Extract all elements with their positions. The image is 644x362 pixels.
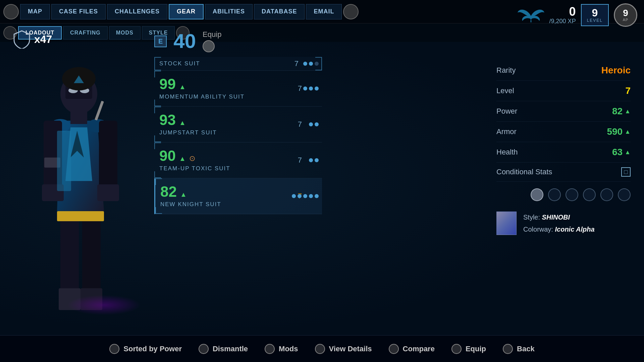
- mod-dot: [315, 62, 319, 66]
- equip-button-circle[interactable]: [203, 40, 215, 52]
- bracket-bl: [154, 64, 161, 70]
- mod-circle-5: [600, 188, 613, 201]
- conditional-label: Conditional Stats: [496, 168, 552, 176]
- gear-item-teamup[interactable]: 90 ▲ ⊙ TEAM-UP TOXIC SUIT 7: [154, 142, 322, 178]
- gear-name-newknight: NEW KNIGHT SUIT: [160, 201, 317, 208]
- bracket-bl: [154, 100, 161, 106]
- mods-label: Mods: [279, 345, 298, 353]
- hud-top-right: 0 /9,200 XP 9 LEVEL 9 AP: [518, 3, 637, 27]
- level-stat-label: Level: [496, 86, 514, 95]
- character-area: [0, 27, 154, 342]
- gear-level-jumpstart: 7: [298, 120, 302, 129]
- stat-row-rarity: Rarity Heroic: [496, 60, 631, 81]
- dismantle-label: Dismantle: [213, 345, 248, 353]
- power-up-arrow: ▲: [625, 108, 631, 115]
- armor-value: 590: [607, 126, 623, 137]
- bracket-tl: [154, 142, 161, 149]
- gear-item-jumpstart[interactable]: 93 ▲ JUMPSTART SUIT 7: [154, 107, 322, 142]
- armor-value-container: 590 ▲: [607, 126, 631, 137]
- stat-row-health: Health 63 ▲: [496, 142, 631, 163]
- stat-row-conditional: Conditional Stats □: [496, 163, 631, 182]
- sorted-by-power-button[interactable]: Sorted by Power: [109, 344, 182, 354]
- stat-row-power: Power 82 ▲: [496, 101, 631, 122]
- gear-item-stock-suit[interactable]: STOCK SUIT 7: [154, 57, 322, 71]
- gear-name-jumpstart: JUMPSTART SUIT: [159, 129, 317, 136]
- gear-level-momentum: 7: [298, 84, 302, 93]
- gear-mods-stock: [303, 62, 319, 66]
- back-circle-icon: [503, 344, 513, 354]
- equip-header: E 40 Equip: [154, 30, 221, 52]
- colorway-label: Colorway:: [523, 226, 553, 233]
- gear-level-stock: 7: [294, 59, 299, 68]
- colorway-value: Iconic Alpha: [555, 226, 594, 233]
- mod-dot: [309, 158, 313, 162]
- health-value: 63: [612, 147, 623, 158]
- bracket-tl: [154, 71, 161, 77]
- xp-current: 0: [569, 6, 576, 18]
- rarity-label: Rarity: [496, 66, 516, 75]
- equip-label: Equip: [466, 345, 486, 353]
- svg-rect-1: [82, 218, 101, 295]
- gear-item-header: 90 ▲ ⊙: [159, 148, 317, 163]
- gear-name-momentum: MOMENTUM ABILITY SUIT: [159, 94, 317, 100]
- nav-gear[interactable]: GEAR: [169, 4, 204, 19]
- gear-up-arrow: ▲: [180, 191, 187, 198]
- mod-dot: [309, 86, 313, 90]
- nav-circle-right[interactable]: [343, 4, 359, 19]
- mod-dot: [309, 62, 313, 66]
- mods-button[interactable]: Mods: [265, 344, 298, 354]
- nav-case-files[interactable]: CASE FILES: [51, 4, 106, 19]
- style-label: Style:: [523, 214, 540, 221]
- gear-up-arrow: ▲: [179, 119, 186, 127]
- nightwing-logo-icon: [518, 5, 544, 25]
- equip-button[interactable]: Equip: [451, 344, 486, 354]
- back-button[interactable]: Back: [503, 344, 535, 354]
- mod-dot: [292, 194, 296, 198]
- dismantle-circle-icon: [199, 344, 209, 354]
- bracket-bl: [155, 207, 162, 214]
- nav-map[interactable]: MAP: [20, 4, 50, 19]
- gear-mods-jumpstart: [309, 122, 319, 126]
- mod-dot: [315, 86, 319, 90]
- nav-challenges[interactable]: CHALLENGES: [107, 4, 167, 19]
- gear-power: 93: [159, 113, 176, 127]
- equip-key: E: [154, 36, 167, 47]
- gear-item-newknight[interactable]: 82 ▲ NEW KNIGHT SUIT 7: [154, 178, 322, 214]
- gear-power: 82: [160, 184, 177, 199]
- gear-level-teamup: 7: [298, 156, 302, 165]
- level-label: LEVEL: [587, 18, 603, 23]
- gear-item-header: 99 ▲: [159, 77, 317, 92]
- svg-rect-11: [97, 184, 119, 201]
- gear-name-stock: STOCK SUIT: [159, 60, 317, 67]
- dismantle-button[interactable]: Dismantle: [199, 344, 248, 354]
- view-details-button[interactable]: View Details: [315, 344, 372, 354]
- gear-item-momentum[interactable]: 99 ▲ MOMENTUM ABILITY SUIT 7: [154, 71, 322, 107]
- bracket-bl: [154, 135, 161, 142]
- rarity-value: Heroic: [601, 65, 631, 76]
- bracket-bl: [154, 171, 161, 178]
- mod-circles-row: [496, 188, 631, 201]
- style-info: Style: SHINOBI Colorway: Iconic Alpha: [496, 211, 631, 235]
- bracket-tl: [155, 178, 162, 185]
- mod-dot: [309, 194, 313, 198]
- svg-rect-9: [99, 121, 117, 188]
- compare-button[interactable]: Compare: [389, 344, 435, 354]
- level-stat-value: 7: [625, 85, 631, 96]
- mod-dot: [303, 62, 307, 66]
- nav-circle-left[interactable]: [3, 4, 19, 19]
- toxic-icon: ⊙: [189, 154, 195, 163]
- style-color-swatch: [496, 212, 517, 235]
- xp-container: 0 /9,200 XP: [549, 6, 576, 25]
- gear-item-header: 93 ▲: [159, 113, 317, 127]
- style-line: Style: SHINOBI: [523, 211, 595, 223]
- nav-email[interactable]: EMAIL: [306, 4, 342, 19]
- sorted-by-power-label: Sorted by Power: [123, 345, 182, 353]
- mod-dot: [309, 122, 313, 126]
- armor-up-arrow: ▲: [625, 128, 631, 135]
- gear-power: 90: [159, 148, 176, 163]
- stats-panel: Rarity Heroic Level 7 Power 82 ▲ Armor 5…: [496, 60, 631, 235]
- mod-dot: [303, 86, 307, 90]
- health-value-container: 63 ▲: [612, 147, 631, 158]
- nav-abilities[interactable]: ABILITIES: [205, 4, 253, 19]
- nav-database[interactable]: DATABASE: [254, 4, 305, 19]
